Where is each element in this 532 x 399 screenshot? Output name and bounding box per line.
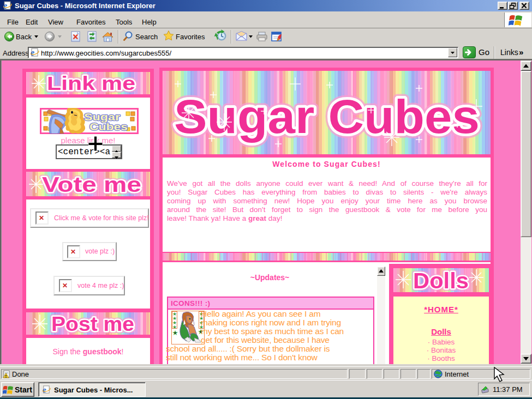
svg-text:Cubes: Cubes: [89, 122, 128, 132]
svg-text:Vote me: Vote me: [42, 173, 141, 196]
svg-text:Link me: Link me: [47, 72, 135, 94]
svg-text:Dolls: Dolls: [413, 269, 469, 292]
svg-text:★: ★: [173, 330, 178, 336]
svg-text:Sugar: Sugar: [84, 112, 120, 123]
svg-text:e: e: [3, 1, 7, 10]
svg-text:★: ★: [172, 324, 177, 330]
svg-text:Sugar Cubes: Sugar Cubes: [174, 89, 480, 143]
svg-text:e: e: [31, 48, 34, 57]
svg-text:e: e: [43, 385, 46, 394]
svg-text:Post me: Post me: [51, 313, 134, 335]
